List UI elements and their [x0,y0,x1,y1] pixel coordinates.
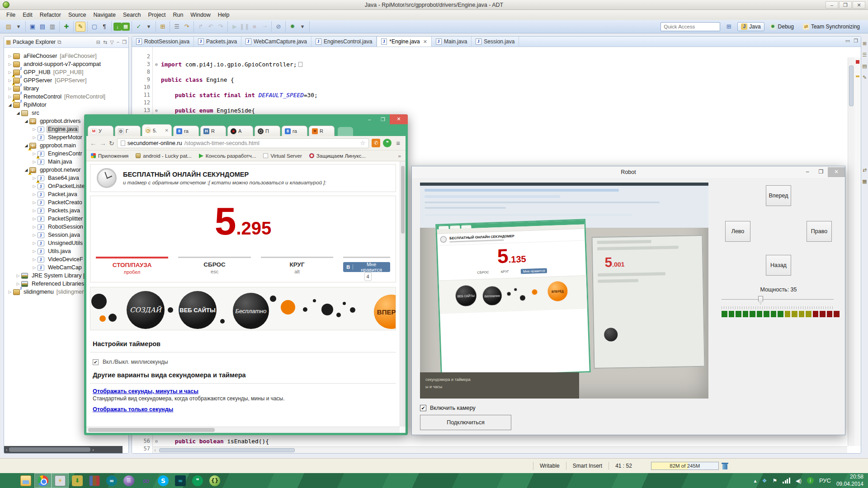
taskbar-arduino-ide[interactable]: ∞ [172,473,189,488]
action-center-flag-icon[interactable]: ⚑ [772,478,777,484]
tree-item-engine-java[interactable]: ▷Engine.java [32,125,79,133]
scroll-left-icon[interactable]: ‹ [154,448,156,453]
tree-item-library[interactable]: ▷Jlibrary [8,84,40,93]
task-view-icon[interactable]: ▤ [862,63,867,69]
ad-banner[interactable]: СОЗДАЙВЕБ САЙТЫБесплатноВПЕРЁД [90,287,396,330]
left-button[interactable]: Лево [725,221,750,242]
android-sdk-icon[interactable]: ↓ [113,23,122,31]
scrollbar-thumb[interactable] [9,447,90,452]
power-slider-thumb[interactable] [758,296,763,305]
tree-item-utils-java[interactable]: ▷Utils.java [32,247,72,255]
view-menu-icon[interactable]: ▽ [110,39,113,45]
dropdown-icon[interactable]: ▾ [14,22,24,32]
back-icon[interactable]: ↱ [196,22,206,32]
tree-item-android-support-v7-appcompat[interactable]: ▷android-support-v7-appcompat [8,60,102,68]
collapsed-arrow-icon[interactable]: ▷ [32,200,37,205]
maximize-button[interactable]: ❐ [376,117,390,122]
collapsed-arrow-icon[interactable]: ▷ [32,241,37,245]
tree-item-packets-java[interactable]: ▷Packets.java [32,206,81,215]
taskbar-start[interactable] [0,473,17,488]
tree-item-jre-system-library-j[interactable]: ▷JRE System Library [J [16,272,89,280]
collapsed-arrow-icon[interactable]: ▷ [32,257,37,262]
sort-icon[interactable]: ☰ [172,22,182,32]
collapsed-arrow-icon[interactable]: ▷ [32,233,37,237]
open-perspective-icon[interactable]: ⊞ [724,22,734,32]
tree-item-remotecontrol[interactable]: ▷JRemoteControl [RemoteControl] [8,93,105,101]
no-symbol-icon[interactable]: ⊘ [274,22,283,32]
taskbar-skype[interactable]: S [155,473,172,488]
menu-refactor[interactable]: Refactor [36,11,65,19]
collapsed-arrow-icon[interactable]: ▷ [32,265,37,270]
tree-item-gpprobot-networ[interactable]: ◢gpprobot.networ [24,166,82,174]
tree-item-enginescontr[interactable]: ▷EnginesContr [32,150,84,158]
taskbar-arduino[interactable]: ∞ [103,473,120,488]
menu-edit[interactable]: Edit [19,11,36,19]
browser-tab-га[interactable]: 8га [173,126,199,136]
tree-item-src[interactable]: ◢src [16,109,41,117]
bookmark-play[interactable]: Консоль разработч... [199,153,256,159]
jump-icon[interactable]: ↷ [182,22,192,32]
minimize-button[interactable]: – [363,117,376,122]
menu-search[interactable]: Search [119,11,145,19]
page-vertical-scrollbar[interactable] [400,161,406,427]
dropdown-icon[interactable]: ▾ [297,22,307,32]
undo-icon[interactable]: ↶ [206,22,216,32]
browser-tab-га[interactable]: 8га [282,126,307,136]
link-show-hms[interactable]: Отображать секунды, минуты и часы [93,388,393,394]
menu-window[interactable]: Window [187,11,214,19]
page-horizontal-scrollbar[interactable] [86,427,400,433]
tree-item-gpp-hub[interactable]: ▷JGPP_HUB [GPP_HUB] [8,68,83,76]
print-icon[interactable]: ▥ [47,22,57,32]
info-tray-icon[interactable]: i [807,477,814,484]
close-tab-icon[interactable]: ✕ [423,39,427,45]
tree-item-referenced-libraries[interactable]: ▷Referenced Libraries [16,280,85,288]
perspective-java[interactable]: JJava [737,22,764,31]
language-indicator[interactable]: РУС [819,477,831,484]
back-button[interactable]: Назад [766,255,791,276]
fold-icon[interactable]: ⊖ [154,437,159,445]
collapsed-arrow-icon[interactable]: ▷ [32,160,37,164]
collapsed-arrow-icon[interactable]: ▷ [32,208,37,213]
browser-tab-у[interactable]: MУ [88,126,113,136]
editor-tab-session-java[interactable]: Session.java [472,36,519,47]
tree-item-unsignedutils[interactable]: ▷UnsignedUtils [32,239,84,247]
tree-item-gpprobot-main[interactable]: ◢gpprobot.main [24,141,77,150]
minimize-view-icon[interactable]: − [117,39,119,45]
collapsed-arrow-icon[interactable]: ▷ [32,127,37,131]
menu-source[interactable]: Source [65,11,90,19]
new-class-icon[interactable]: ⊞ [158,22,168,32]
error-marker[interactable] [856,60,859,64]
close-button[interactable]: ✕ [390,114,408,124]
tree-item-rpimotor[interactable]: ◢JRpiMotor [8,101,48,109]
collapsed-arrow-icon[interactable]: ▷ [8,290,12,294]
close-button[interactable]: ✕ [828,167,845,177]
tree-item-steppermotor[interactable]: ▷StepperMotor [32,133,84,141]
bug-icon[interactable]: ✹ [288,22,297,32]
editor-vertical-scrollbar[interactable] [848,57,854,446]
minimize-button[interactable]: – [826,1,838,9]
browser-tab-5.[interactable]: ◷5.✕ [142,124,172,136]
maximize-view-icon[interactable]: ❐ [122,39,127,45]
tree-item-slidingmenu[interactable]: ▷Jslidingmenu [slidingmen [8,288,85,296]
perspective-team-synchronizing[interactable]: ⇄Team Synchronizing [799,22,863,31]
taskbar-winscp[interactable]: ⬇ [69,473,86,488]
chrome-menu-icon[interactable]: ≡ [394,139,402,147]
taskbar-tiles-app[interactable] [223,473,241,488]
power-slider-track[interactable] [722,299,834,301]
reload-icon[interactable]: ↻ [109,140,114,147]
collapsed-arrow-icon[interactable]: ▷ [32,135,37,140]
run-icon[interactable]: ▶ [230,22,240,32]
plug-icon[interactable]: ✚ [61,22,71,32]
perspective-debug[interactable]: ✹Debug [766,22,797,31]
fold-icon[interactable]: ⊕ [154,61,159,68]
taskbar-visual-studio[interactable]: ∞ [137,473,155,488]
menu-help[interactable]: Help [214,11,233,19]
banner-ball[interactable]: ВПЕРЁД [374,295,396,329]
tree-item-afilechooser[interactable]: ▷aFileChooser [aFileChooser] [8,52,97,60]
tree-item-base64-java[interactable]: ▷Base64.java [32,174,80,182]
expanded-arrow-icon[interactable]: ◢ [8,103,12,107]
garbage-collect-button[interactable] [722,462,728,469]
scrollbar-thumb[interactable] [849,66,854,106]
bookmark-page[interactable]: Virtual Server [263,153,302,159]
connect-button[interactable]: Подключиться [420,415,511,430]
